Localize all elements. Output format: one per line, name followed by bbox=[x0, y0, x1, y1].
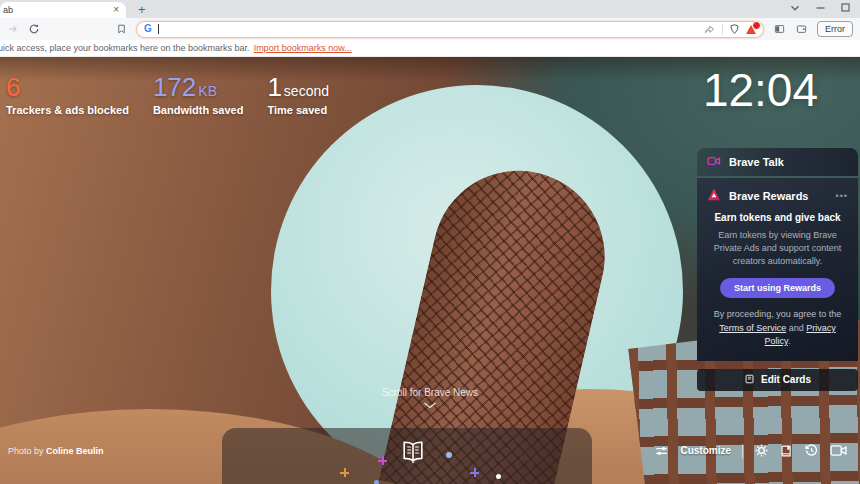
customize-bar: Customize bbox=[654, 443, 847, 458]
chevron-down-icon[interactable] bbox=[790, 4, 800, 12]
clock: 12:04 bbox=[703, 63, 818, 117]
tab-close-icon[interactable]: × bbox=[111, 5, 121, 15]
new-tab-button[interactable]: + bbox=[138, 3, 146, 16]
brave-talk-card[interactable]: Brave Talk bbox=[697, 148, 858, 176]
plus-decoration bbox=[470, 468, 479, 477]
chevron-down-icon bbox=[423, 402, 437, 409]
rewards-description: Earn tokens by viewing Brave Private Ads… bbox=[711, 229, 844, 268]
browser-window: ab × + G Error uick access, pla bbox=[0, 0, 860, 484]
brave-rewards-icon[interactable] bbox=[746, 25, 756, 34]
stat-value: 6 bbox=[6, 72, 20, 102]
edit-cards-icon bbox=[744, 373, 755, 387]
edit-cards-label: Edit Cards bbox=[761, 374, 811, 385]
stat-label: Time saved bbox=[267, 104, 329, 116]
tab-title: ab bbox=[3, 5, 111, 15]
card-title: Brave Talk bbox=[729, 156, 784, 168]
dot-decoration bbox=[496, 474, 501, 479]
bookmarks-bar: uick access, place your bookmarks here o… bbox=[0, 40, 860, 57]
dot-decoration bbox=[374, 480, 379, 484]
stat-value: 1 bbox=[267, 72, 281, 102]
brave-shield-icon[interactable] bbox=[729, 23, 740, 35]
share-icon[interactable] bbox=[703, 23, 716, 35]
reload-icon[interactable] bbox=[28, 23, 40, 35]
address-bar-divider bbox=[722, 24, 723, 35]
open-book-icon bbox=[398, 440, 428, 470]
card-title: Brave Rewards bbox=[729, 190, 809, 202]
bookmarks-bar-message: uick access, place your bookmarks here o… bbox=[0, 43, 250, 53]
tab-new-tab[interactable]: ab × bbox=[0, 2, 126, 18]
scroll-news-label: Scroll for Brave News bbox=[382, 387, 478, 398]
google-favicon: G bbox=[144, 24, 152, 34]
brave-rewards-logo-icon bbox=[707, 188, 721, 203]
wallet-icon[interactable] bbox=[795, 23, 808, 35]
credit-author: Coline Beulin bbox=[46, 446, 104, 456]
customize-divider bbox=[742, 444, 743, 458]
history-icon[interactable] bbox=[804, 443, 819, 458]
brave-news-peek-panel[interactable] bbox=[222, 428, 592, 484]
plus-decoration bbox=[340, 468, 349, 477]
video-camera-icon[interactable] bbox=[830, 444, 847, 457]
address-bar[interactable]: G bbox=[136, 21, 764, 38]
stat-trackers-blocked: 6 Trackers & ads blocked bbox=[6, 73, 129, 116]
terms-of-service-link[interactable]: Terms of Service bbox=[719, 323, 786, 333]
credit-prefix: Photo by bbox=[8, 446, 46, 456]
toolbar: G Error bbox=[0, 18, 860, 40]
stat-time-saved: 1second Time saved bbox=[267, 73, 329, 116]
error-button[interactable]: Error bbox=[817, 21, 853, 37]
stat-label: Bandwidth saved bbox=[153, 104, 243, 116]
window-controls bbox=[790, 3, 850, 12]
brave-rewards-card: Brave Rewards ••• Earn tokens and give b… bbox=[697, 178, 858, 361]
dot-decoration bbox=[446, 452, 452, 458]
widget-cards: Brave Talk Brave Rewards ••• Earn tokens… bbox=[697, 148, 858, 391]
scroll-for-news[interactable]: Scroll for Brave News bbox=[0, 387, 860, 409]
new-tab-page: 6 Trackers & ads blocked 172KB Bandwidth… bbox=[0, 57, 860, 484]
plus-decoration bbox=[378, 456, 387, 465]
stat-label: Trackers & ads blocked bbox=[6, 104, 129, 116]
gear-icon[interactable] bbox=[754, 443, 769, 458]
tab-strip: ab × + bbox=[0, 0, 860, 18]
text-caret bbox=[158, 24, 159, 34]
sliders-icon[interactable] bbox=[654, 444, 669, 458]
book-icon[interactable] bbox=[780, 444, 793, 458]
stat-value: 172 bbox=[153, 72, 196, 102]
notification-badge bbox=[752, 21, 761, 30]
card-menu-icon[interactable]: ••• bbox=[836, 191, 848, 201]
rewards-heading: Earn tokens and give back bbox=[707, 212, 848, 223]
rewards-terms: By proceeding, you agree to the Terms of… bbox=[707, 308, 848, 349]
minimize-icon[interactable] bbox=[816, 4, 825, 12]
forward-icon[interactable] bbox=[7, 23, 19, 35]
shields-stats: 6 Trackers & ads blocked 172KB Bandwidth… bbox=[6, 73, 329, 116]
sidebar-toggle-icon[interactable] bbox=[773, 23, 786, 35]
import-bookmarks-link[interactable]: Import bookmarks now... bbox=[254, 43, 352, 53]
video-camera-icon bbox=[707, 155, 721, 169]
start-using-rewards-button[interactable]: Start using Rewards bbox=[720, 278, 835, 298]
customize-button[interactable]: Customize bbox=[680, 445, 731, 456]
stat-bandwidth-saved: 172KB Bandwidth saved bbox=[153, 73, 243, 116]
maximize-icon[interactable] bbox=[841, 3, 850, 12]
bookmark-icon[interactable] bbox=[116, 23, 127, 35]
photo-credit[interactable]: Photo by Coline Beulin bbox=[8, 446, 104, 456]
